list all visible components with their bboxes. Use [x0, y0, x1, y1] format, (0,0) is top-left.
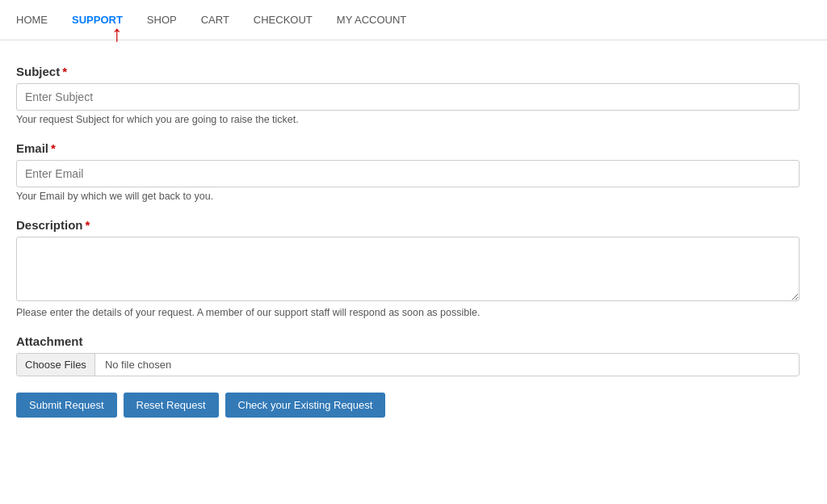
subject-group: Subject* Your request Subject for which …	[16, 65, 800, 125]
no-file-text: No file chosen	[95, 354, 181, 376]
subject-input[interactable]	[16, 83, 800, 111]
subject-required: *	[62, 65, 67, 78]
reset-request-button[interactable]: Reset Request	[124, 393, 219, 418]
description-label: Description*	[16, 218, 800, 232]
nav-item-shop[interactable]: SHOP	[147, 2, 177, 37]
main-content: Subject* Your request Subject for which …	[0, 40, 816, 434]
nav-item-checkout[interactable]: CHECKOUT	[254, 2, 313, 37]
file-upload-wrapper: Choose Files No file chosen	[16, 353, 800, 376]
attachment-group: Attachment Choose Files No file chosen	[16, 334, 800, 376]
nav-item-cart[interactable]: CART	[201, 2, 229, 37]
email-hint: Your Email by which we will get back to …	[16, 191, 800, 202]
arrow-indicator: ↑	[111, 23, 123, 45]
email-group: Email* Your Email by which we will get b…	[16, 141, 800, 202]
nav-item-my-account[interactable]: MY ACCOUNT	[337, 2, 406, 37]
choose-files-button[interactable]: Choose Files	[17, 354, 95, 376]
attachment-label: Attachment	[16, 334, 800, 348]
subject-label: Subject*	[16, 65, 800, 78]
description-textarea[interactable]	[16, 237, 800, 301]
email-label: Email*	[16, 141, 800, 155]
description-group: Description* Please enter the details of…	[16, 218, 800, 318]
email-required: *	[51, 141, 56, 155]
description-hint: Please enter the details of your request…	[16, 307, 800, 318]
nav-item-home[interactable]: HOME	[16, 2, 48, 37]
email-input[interactable]	[16, 160, 800, 187]
subject-hint: Your request Subject for which you are g…	[16, 114, 800, 125]
navigation: HOME SUPPORT SHOP CART CHECKOUT MY ACCOU…	[0, 0, 827, 40]
description-required: *	[86, 218, 90, 232]
form-buttons: Submit Request Reset Request Check your …	[16, 393, 800, 418]
submit-request-button[interactable]: Submit Request	[16, 393, 117, 418]
check-existing-request-button[interactable]: Check your Existing Request	[225, 393, 386, 418]
